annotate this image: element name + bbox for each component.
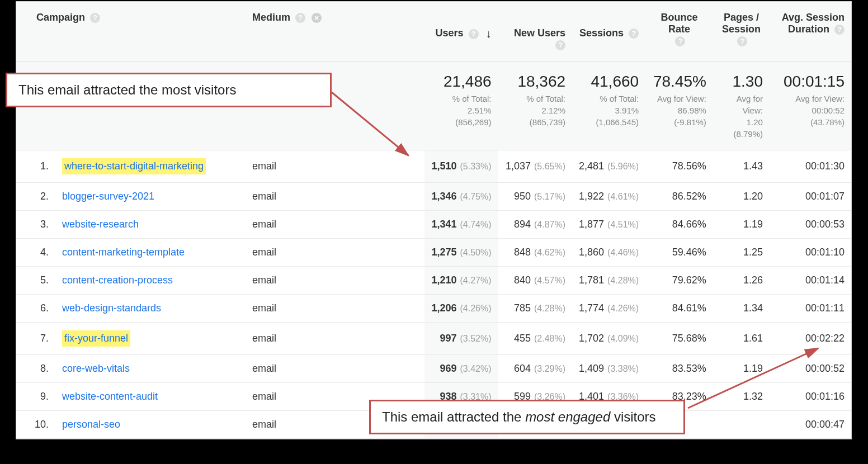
row-pages — [713, 411, 770, 439]
row-duration: 00:01:07 — [770, 183, 851, 211]
row-users: 1,341(4.74%) — [424, 211, 498, 239]
row-medium: email — [246, 183, 424, 211]
arrow-icon — [330, 89, 419, 162]
row-new-users: 950(5.17%) — [498, 183, 573, 211]
row-new-users: 894(4.87%) — [498, 211, 573, 239]
row-bounce: 78.56% — [645, 150, 713, 183]
row-medium: email — [246, 295, 424, 323]
help-icon[interactable]: ? — [629, 29, 639, 39]
campaign-link[interactable]: fix-your-funnel — [64, 333, 128, 344]
col-campaign[interactable]: Campaign ? — [16, 2, 246, 61]
help-icon[interactable]: ? — [675, 36, 685, 46]
row-new-users: 604(3.29%) — [498, 355, 573, 383]
table-row[interactable]: 4. content-marketing-template email 1,27… — [16, 239, 851, 267]
close-icon[interactable]: × — [312, 13, 322, 23]
row-duration: 00:00:47 — [770, 411, 851, 439]
row-medium: email — [246, 239, 424, 267]
help-icon[interactable]: ? — [555, 40, 565, 50]
row-pages: 1.26 — [713, 267, 770, 295]
row-new-users: 785(4.28%) — [498, 295, 573, 323]
row-sessions: 1,409(3.38%) — [572, 355, 645, 383]
col-duration[interactable]: Avg. Session Duration ? — [770, 2, 851, 61]
row-pages: 1.20 — [713, 183, 770, 211]
table-row[interactable]: 3. website-research email 1,341(4.74%) 8… — [16, 211, 851, 239]
table-row[interactable]: 2. blogger-survey-2021 email 1,346(4.75%… — [16, 183, 851, 211]
campaign-link[interactable]: website-research — [62, 219, 139, 230]
row-sessions: 1,781(4.28%) — [572, 267, 645, 295]
col-sessions[interactable]: Sessions ? — [572, 2, 645, 61]
table-row[interactable]: 5. content-creation-process email 1,210(… — [16, 267, 851, 295]
row-sessions: 1,774(4.26%) — [572, 295, 645, 323]
row-pages: 1.43 — [713, 150, 770, 183]
table-row[interactable]: 6. web-design-standards email 1,206(4.26… — [16, 295, 851, 323]
help-icon[interactable]: ? — [737, 36, 747, 46]
row-sessions: 1,877(4.51%) — [572, 211, 645, 239]
row-medium: email — [246, 355, 424, 383]
row-sessions: 1,702(4.09%) — [572, 323, 645, 355]
col-medium[interactable]: Medium ? × — [246, 2, 424, 61]
row-index: 2. — [16, 183, 55, 211]
campaign-link[interactable]: content-marketing-template — [62, 247, 185, 258]
arrow-icon — [685, 344, 831, 411]
row-duration: 00:00:53 — [770, 211, 851, 239]
row-duration: 00:01:30 — [770, 150, 851, 183]
campaign-link[interactable]: where-to-start-digital-marketing — [64, 160, 204, 172]
total-bounce: 78.45% — [652, 73, 706, 91]
row-users: 1,210(4.27%) — [424, 267, 498, 295]
callout-most-engaged: This email attracted the most engaged vi… — [369, 400, 685, 434]
row-duration: 00:01:14 — [770, 267, 851, 295]
row-sessions: 2,481(5.96%) — [572, 150, 645, 183]
row-pages: 1.34 — [713, 295, 770, 323]
total-new-users: 18,362 — [505, 73, 566, 91]
row-sessions: 1,922(4.61%) — [572, 183, 645, 211]
row-index: 9. — [16, 383, 55, 411]
table-row[interactable]: 1. where-to-start-digital-marketing emai… — [16, 150, 851, 183]
row-new-users: 455(2.48%) — [498, 323, 573, 355]
campaign-link[interactable]: content-creation-process — [62, 274, 173, 286]
campaign-link[interactable]: personal-seo — [62, 419, 120, 430]
sort-down-icon[interactable]: ↓ — [486, 27, 492, 40]
row-medium: email — [246, 267, 424, 295]
row-pages: 1.25 — [713, 239, 770, 267]
row-bounce: 84.61% — [645, 295, 713, 323]
campaign-link[interactable]: website-content-audit — [62, 391, 158, 402]
col-pages[interactable]: Pages / Session ? — [713, 2, 770, 61]
svg-line-0 — [332, 92, 408, 155]
row-bounce: 84.66% — [645, 211, 713, 239]
row-index: 3. — [16, 211, 55, 239]
row-index: 5. — [16, 267, 55, 295]
total-duration: 00:01:15 — [776, 73, 845, 91]
total-users: 21,486 — [431, 73, 492, 91]
row-users: 1,346(4.75%) — [424, 183, 498, 211]
campaign-link[interactable]: web-design-standards — [62, 302, 161, 314]
row-duration: 00:01:11 — [770, 295, 851, 323]
row-index: 4. — [16, 239, 55, 267]
total-sessions: 41,660 — [579, 73, 639, 91]
row-index: 6. — [16, 295, 55, 323]
row-new-users: 840(4.57%) — [498, 267, 573, 295]
row-bounce: 86.52% — [645, 183, 713, 211]
help-icon[interactable]: ? — [834, 25, 845, 35]
callout-most-visitors: This email attracted the most visitors — [6, 73, 332, 107]
row-medium: email — [246, 211, 424, 239]
help-icon[interactable]: ? — [469, 29, 479, 39]
row-index: 7. — [16, 323, 55, 355]
row-index: 10. — [16, 411, 55, 439]
row-duration: 00:01:10 — [770, 239, 851, 267]
col-users[interactable]: Users ? ↓ — [424, 2, 498, 61]
col-bounce[interactable]: Bounce Rate ? — [645, 2, 713, 61]
help-icon[interactable]: ? — [90, 13, 100, 23]
row-new-users: 1,037(5.65%) — [498, 150, 573, 183]
row-users: 997(3.52%) — [424, 323, 498, 355]
total-pages: 1.30 — [720, 73, 763, 91]
row-pages: 1.19 — [713, 211, 770, 239]
row-bounce: 59.46% — [645, 239, 713, 267]
row-medium: email — [246, 323, 424, 355]
row-new-users: 848(4.62%) — [498, 239, 573, 267]
help-icon[interactable]: ? — [295, 13, 305, 23]
row-users: 1,510(5.33%) — [424, 150, 498, 183]
campaign-link[interactable]: blogger-survey-2021 — [62, 191, 154, 202]
col-new-users[interactable]: New Users ? — [498, 2, 573, 61]
row-users: 969(3.42%) — [424, 355, 498, 383]
campaign-link[interactable]: core-web-vitals — [62, 363, 130, 374]
